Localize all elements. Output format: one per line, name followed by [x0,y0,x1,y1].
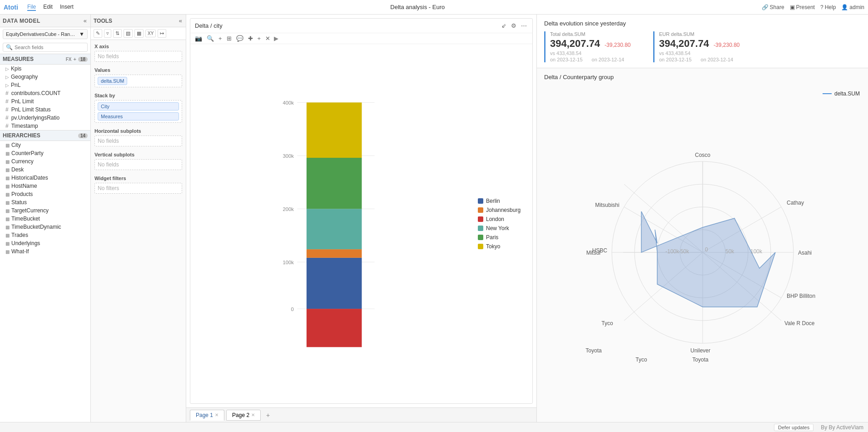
hash-icon: # [5,123,9,129]
search-input[interactable] [15,45,84,50]
xaxis-section: X axis No fields [91,40,186,64]
measure-contributors[interactable]: # contributors.COUNT [0,89,90,97]
hier-icon: ▩ [5,143,10,148]
tab-page1[interactable]: Page 1 ✕ [190,410,224,421]
stackby-chip2[interactable]: Measures [98,112,179,121]
tab-page1-close[interactable]: ✕ [215,412,218,417]
chart-tool-btn[interactable]: ▧ [124,29,133,38]
edit-tool-btn[interactable]: ✎ [94,29,102,38]
measure-kpis[interactable]: ▷ Kpis [0,65,90,73]
vsubplots-drop[interactable]: No fields [94,159,182,170]
bar-johannesburg [306,249,362,258]
camera-btn[interactable]: 📷 [194,34,203,43]
tab-page2-label: Page 2 [232,412,249,418]
menu-edit[interactable]: Edit [43,4,53,11]
zoom-in-btn[interactable]: 🔍 [206,34,215,43]
hsubplots-section: Horizontal subplots No fields [91,125,186,148]
hier-icon: ▩ [5,216,10,221]
hier-desk[interactable]: ▩Desk [0,166,90,174]
hier-targetcurrency[interactable]: ▩TargetCurrency [0,206,90,215]
share-button[interactable]: 🔗 Share [762,4,784,10]
hier-currency[interactable]: ▩Currency [0,157,90,166]
wfilters-label: Widget filters [94,176,182,181]
expand-tool-btn[interactable]: ↦ [158,29,166,38]
hier-underlyings[interactable]: ▩Underlyings [0,239,90,247]
legend-berlin: Berlin [478,198,528,204]
close-btn[interactable]: ✕ [264,34,271,43]
hier-trades[interactable]: ▩Trades [0,231,90,239]
collapse-datamodel-btn[interactable]: « [83,16,88,25]
table-tool-btn[interactable]: ▦ [134,29,144,38]
vsubplots-section: Vertical subplots No fields [91,148,186,172]
chart-widget-header: Delta / city ⇙ ⚙ ⋯ [190,19,532,33]
menu-insert[interactable]: Insert [60,4,74,11]
hier-label: Currency [11,158,34,165]
measure-pnl[interactable]: ▷ PnL [0,81,90,89]
comment-btn[interactable]: 💬 [235,34,244,43]
filter-tool-btn[interactable]: ▿ [104,29,111,38]
bar-paris [306,158,362,209]
add-tab-btn[interactable]: + [263,410,273,421]
measure-geography[interactable]: ▷ Geography [0,73,90,81]
tab-page2[interactable]: Page 2 ✕ [226,410,261,421]
stackby-drop[interactable]: City Measures [94,100,182,123]
expand-chart-btn[interactable]: ⇙ [501,21,507,30]
add-btn[interactable]: + [218,34,223,43]
measure-pnllimitstatus[interactable]: # PnL Limit Status [0,105,90,114]
measure-timestamp[interactable]: # Timestamp [0,122,90,130]
bar-chart-svg: 400k 300k 200k 100k 0 [273,92,391,356]
sort-tool-btn[interactable]: ⇅ [113,29,122,38]
stackby-chip1[interactable]: City [98,102,179,111]
bar-berlin [306,258,362,309]
hier-label: HistoricalDates [11,175,48,181]
topbar-actions: 🔗 Share ▣ Present ? Help 👤 admin [762,4,864,10]
grid-btn[interactable]: ⊞ [226,34,233,43]
wfilters-section: Widget filters No filters [91,172,186,196]
cube-selector[interactable]: EquityDerivativesCube - Ranch 6.0 ▼ [3,29,88,39]
xaxis-label: X axis [94,44,182,49]
hier-products[interactable]: ▩Products [0,190,90,198]
more-chart-btn[interactable]: ⋯ [520,21,528,30]
hier-city[interactable]: ▩City [0,141,90,149]
values-chip[interactable]: delta.SUM [98,77,127,85]
hier-historicaldates[interactable]: ▩HistoricalDates [0,174,90,182]
hier-timebucket[interactable]: ▩TimeBucket [0,215,90,223]
hsubplots-drop[interactable]: No fields [94,136,182,146]
user-button[interactable]: 👤 admin [841,4,864,10]
menu-file[interactable]: File [27,4,36,11]
measure-pnllimit[interactable]: # PnL Limit [0,97,90,105]
legend-newyork: New York [478,225,528,231]
share2-btn[interactable]: ✚ [247,34,254,43]
hier-icon: ▩ [5,233,10,238]
plus2-btn[interactable]: + [257,34,262,43]
hier-timebucketdynamic[interactable]: ▩TimeBucketDynamic [0,223,90,231]
collapse-tools-btn[interactable]: « [178,16,183,25]
kpi-eur-date-on: on 2023-12-15 [659,57,692,62]
xaxis-drop[interactable]: No fields [94,51,182,62]
help-button[interactable]: ? Help [820,4,836,10]
hier-hostname[interactable]: ▩HostName [0,182,90,190]
svg-text:Cosco: Cosco [694,152,710,158]
hash-icon: # [5,106,9,113]
hier-status[interactable]: ▩Status [0,198,90,206]
hier-whatif[interactable]: ▩What-If [0,247,90,256]
wfilters-drop[interactable]: No filters [94,183,182,194]
hash-icon: # [5,98,9,105]
settings-chart-btn[interactable]: ⚙ [510,21,517,30]
svg-text:100k: 100k [283,260,294,265]
kpi-total-vs: vs 433,438.54 [550,50,635,56]
tab-page2-close[interactable]: ✕ [251,412,255,417]
svg-text:-100k: -100k [665,248,679,255]
values-drop[interactable]: delta.SUM [94,75,182,87]
defer-updates-btn[interactable]: Defer updates [774,424,813,431]
hier-label: Trades [11,232,28,238]
app-logo[interactable]: Atoti [4,4,18,11]
legend-label-paris: Paris [486,234,498,241]
folder-icon: ▷ [5,75,9,80]
add-measure-icon[interactable]: + [73,56,76,62]
xy-tool-btn[interactable]: XY [145,30,156,37]
fx-icon[interactable]: fx [66,57,72,62]
present-button[interactable]: ▣ Present [790,4,815,10]
measure-pv[interactable]: # pv.UnderlyingsRatio [0,114,90,122]
hier-counterparty[interactable]: ▩CounterParty [0,149,90,157]
